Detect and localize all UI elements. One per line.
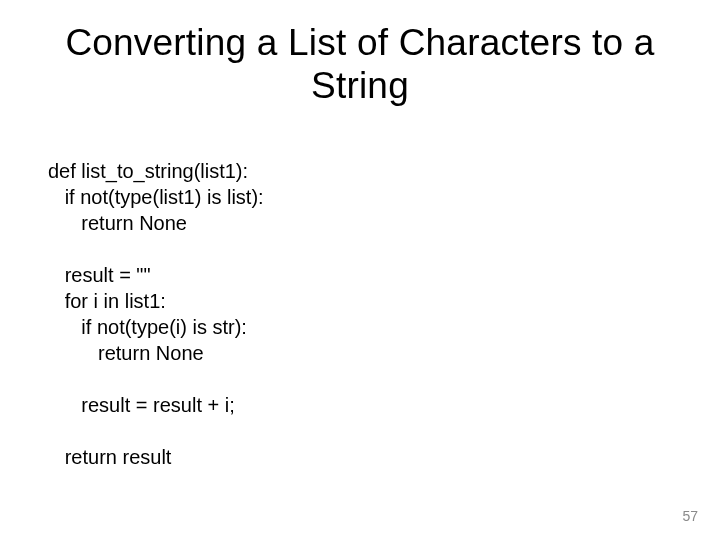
slide-title: Converting a List of Characters to a Str… xyxy=(0,0,720,107)
code-line: if not(type(list1) is list): xyxy=(48,186,264,208)
code-line: result = result + i; xyxy=(48,394,235,416)
code-line: return result xyxy=(48,446,171,468)
code-line: if not(type(i) is str): xyxy=(48,316,247,338)
page-number: 57 xyxy=(682,508,698,524)
code-line: for i in list1: xyxy=(48,290,166,312)
code-line: def list_to_string(list1): xyxy=(48,160,248,182)
code-line: return None xyxy=(48,212,187,234)
code-line: return None xyxy=(48,342,204,364)
code-line: result = "" xyxy=(48,264,151,286)
code-block: def list_to_string(list1): if not(type(l… xyxy=(48,132,264,470)
slide: Converting a List of Characters to a Str… xyxy=(0,0,720,540)
